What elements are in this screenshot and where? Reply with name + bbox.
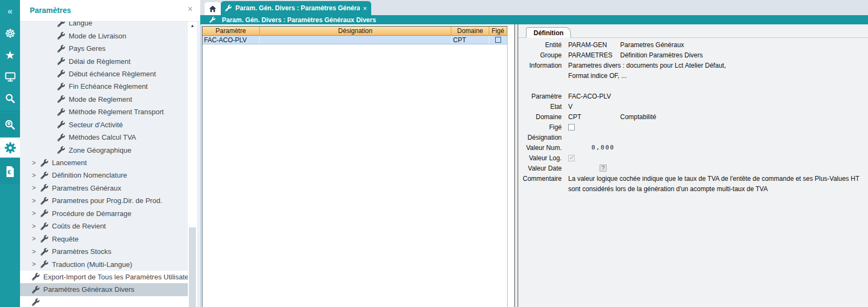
valeur-log-checkbox: [568, 155, 575, 161]
tab-home[interactable]: [205, 2, 221, 15]
tree-item[interactable]: Mode de Livraison: [20, 29, 188, 42]
expand-chevron-icon[interactable]: >: [32, 197, 41, 205]
tree-item[interactable]: >Procédure de Démarrage: [20, 207, 188, 220]
wrench-icon: [225, 5, 232, 11]
tree-item-label: Lancement: [52, 159, 87, 167]
tree-item-label: Secteur d'Activité: [69, 121, 123, 129]
wrench-icon: [41, 172, 48, 179]
wrench-icon: [41, 248, 48, 256]
tree-item-label: Coûts de Revient: [52, 222, 106, 230]
tree-item-label: Paramètres Stocks: [52, 247, 111, 256]
tree-item[interactable]: Langue: [20, 22, 188, 29]
field-row-fige: Figé: [518, 122, 868, 132]
tree-item[interactable]: Délai de Règlement: [20, 55, 188, 67]
table-row[interactable]: FAC-ACO-PLVCPT: [202, 36, 507, 44]
column-header[interactable]: Figé: [489, 27, 507, 36]
definition-fields: EntitéPARAM-GENParametres GénérauxGroupe…: [518, 40, 868, 194]
expand-chevron-icon[interactable]: >: [32, 223, 41, 230]
invoice-euro-glyph: €: [5, 165, 15, 178]
expand-chevron-icon[interactable]: >: [32, 260, 41, 268]
tree-item-label: Parametres pour Prog.Dir. de Prod.: [52, 197, 162, 205]
wrench-icon: [41, 210, 48, 217]
home-icon: [209, 5, 216, 12]
tree-item[interactable]: >Définition Nomenclature: [20, 169, 188, 181]
tree-item-label: Méthode Règlement Transport: [69, 108, 164, 116]
tree-item-label: Méthodes Calcul TVA: [69, 133, 136, 141]
tree-item-label: Mode de Livraison: [69, 32, 126, 40]
grid-header-row: ParamètreDésignationDomaineFigé: [202, 27, 507, 36]
search-location-icon[interactable]: [0, 113, 20, 136]
tree-item-label: Pays Geres: [69, 44, 106, 53]
tab-definition[interactable]: Définition: [526, 27, 571, 38]
tree-scroll-content: LangueMode de LivraisonPays GeresDélai d…: [20, 22, 188, 307]
star-icon[interactable]: ★: [0, 44, 20, 66]
tree-item-label: Fin Echéance Règlement: [69, 82, 148, 90]
column-header[interactable]: Domaine: [451, 27, 489, 36]
field-label: Valeur Log.: [518, 154, 562, 162]
tree-item[interactable]: >Lancement: [20, 156, 188, 169]
field-label: Domaine: [518, 113, 562, 121]
column-header[interactable]: Paramètre: [202, 27, 260, 36]
tree-item[interactable]: >Parametres pour Prog.Dir. de Prod.: [20, 194, 188, 207]
field-label: Valeur Date: [518, 165, 562, 172]
field-row-information: InformationParametres divers : documents…: [518, 60, 868, 70]
tree-item[interactable]: Secteur d'Activité: [20, 119, 188, 131]
sidebar-divider: [0, 111, 20, 112]
date-helper-button[interactable]: ?: [600, 165, 607, 172]
field-value: CPT: [568, 113, 581, 121]
tree-item[interactable]: Export-Import de Tous les Paramètres Uti…: [20, 271, 188, 283]
application-window: « ☸ ★: [0, 0, 868, 307]
field-row-valeur-num: Valeur Num.0,000: [518, 142, 868, 153]
tree-item[interactable]: Zone Géographique: [20, 143, 188, 156]
monitor-icon[interactable]: [0, 66, 20, 88]
fige-checkbox[interactable]: [568, 124, 575, 130]
wrench-icon: [57, 32, 65, 40]
helm-icon[interactable]: ☸: [0, 23, 20, 44]
search-icon[interactable]: [0, 88, 20, 109]
wrench-icon: [209, 17, 215, 23]
tree-item[interactable]: >Paramètres Stocks: [20, 245, 188, 258]
tree-item[interactable]: Méthodes Calcul TVA: [20, 131, 188, 143]
tree-item[interactable]: >Traduction (Multi-Langue): [20, 258, 188, 270]
wrench-icon: [57, 121, 65, 128]
expand-chevron-icon[interactable]: >: [32, 210, 41, 217]
tree-item[interactable]: >Parametres Généraux: [20, 182, 188, 194]
tree-item[interactable]: Paramètres Généraux Divers: [20, 283, 188, 296]
settings-gear-icon[interactable]: [0, 138, 20, 158]
tree-item-label: Début échéance Règlement: [69, 70, 156, 78]
tree-scrollbar[interactable]: ▲: [188, 22, 197, 307]
expand-chevron-icon[interactable]: >: [32, 184, 41, 192]
collapse-sidebar-icon[interactable]: «: [0, 1, 20, 22]
invoice-euro-icon[interactable]: €: [0, 159, 20, 184]
tree-item[interactable]: Méthode Règlement Transport: [20, 106, 188, 118]
field-row-domaine: DomaineCPTComptabilité: [518, 112, 868, 122]
view-title: Param. Gén. Divers : Paramètres Généraux…: [222, 16, 376, 24]
field-row-parametre: ParamètreFAC-ACO-PLV: [518, 91, 868, 101]
field-row-information-2: Format indice OF, ...: [518, 70, 868, 81]
expand-chevron-icon[interactable]: >: [32, 248, 41, 256]
tree-item[interactable]: >Coûts de Revient: [20, 220, 188, 232]
cell-fige: [489, 36, 507, 44]
column-header[interactable]: Désignation: [260, 27, 452, 36]
expand-chevron-icon[interactable]: >: [32, 172, 41, 179]
svg-text:€: €: [8, 169, 11, 175]
tab-active[interactable]: Param. Gén. Divers : Paramètres Généra..…: [221, 1, 371, 15]
panel-close-icon[interactable]: ×: [188, 5, 193, 14]
scrollbar-up-arrow-icon[interactable]: ▲: [188, 23, 197, 28]
tree-item[interactable]: Fin Echéance Règlement: [20, 80, 188, 93]
expand-chevron-icon[interactable]: >: [32, 235, 41, 243]
field-row-etat: EtatV: [518, 101, 868, 112]
fige-row-checkbox[interactable]: [495, 37, 501, 43]
tree-item[interactable]: Pays Geres: [20, 42, 188, 55]
scrollbar-thumb[interactable]: [189, 227, 196, 307]
wrench-icon: [57, 22, 65, 27]
tree-item[interactable]: [20, 296, 188, 307]
tab-label: Param. Gén. Divers : Paramètres Généra..…: [235, 4, 360, 12]
tab-close-icon[interactable]: ×: [363, 5, 367, 12]
wrench-icon: [41, 235, 48, 243]
expand-chevron-icon[interactable]: >: [32, 159, 41, 167]
tree-item[interactable]: Début échéance Règlement: [20, 68, 188, 80]
definition-splitter[interactable]: [514, 24, 518, 307]
tree-item[interactable]: >Requête: [20, 232, 188, 245]
tree-item[interactable]: Mode de Reglement: [20, 93, 188, 106]
